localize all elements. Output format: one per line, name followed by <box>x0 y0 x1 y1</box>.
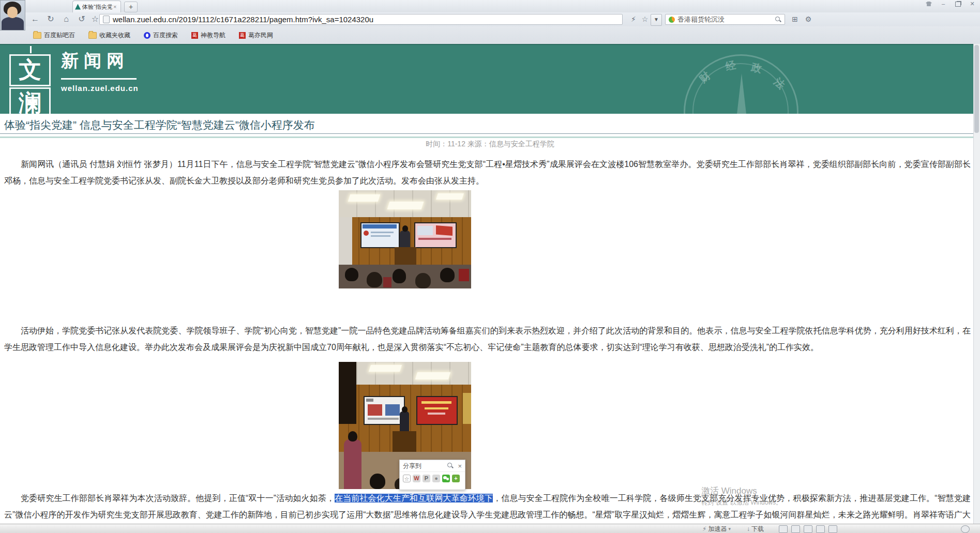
article-paragraph-1: 新闻网讯（通讯员 付慧娟 刘恒竹 张梦月）11月11日下午，信息与安全工程学院“… <box>0 156 980 189</box>
search-icon[interactable] <box>775 17 781 23</box>
site-brand: 新闻网 wellan.zuel.edu.cn <box>61 49 139 93</box>
statusbar-shield-icon[interactable] <box>804 525 812 533</box>
bookmark-label: 百度贴吧百 <box>44 31 75 40</box>
tab-bar: 体验“指尖党建” 信息与安全工 × + ‒ ✕ <box>0 0 980 13</box>
home-button[interactable]: ⌂ <box>60 13 72 25</box>
statusbar-plugin-icon[interactable] <box>828 525 837 533</box>
share-popup: 分享到 × ☆ W P ● + <box>399 460 465 490</box>
share-wechat-icon[interactable] <box>442 475 450 482</box>
article-title: 体验“指尖党建” 信息与安全工程学院“智慧党建云”微信小程序发布 <box>4 118 315 132</box>
statusbar-image-icon[interactable] <box>791 525 800 533</box>
site-favicon-icon <box>75 4 81 10</box>
red-site-icon: 葛 <box>239 32 246 39</box>
baidu-icon <box>144 32 150 39</box>
apps-grid-icon[interactable]: ⊞ <box>789 13 801 25</box>
close-button[interactable]: ✕ <box>968 1 977 8</box>
refresh-button[interactable]: ↻ <box>44 13 57 25</box>
search-query[interactable]: 香港籍货轮沉没 <box>677 15 775 24</box>
window-controls: ‒ ✕ <box>924 1 977 8</box>
bookmark-item[interactable]: 收藏夹收藏 <box>88 31 130 40</box>
new-tab-button[interactable]: + <box>124 2 138 12</box>
download-button[interactable]: ↓ 下载 <box>747 525 764 533</box>
skin-icon[interactable] <box>924 1 933 8</box>
logo-char-top: 文 <box>9 54 51 86</box>
bookmark-label: 百度搜索 <box>153 31 178 40</box>
lightning-icon[interactable]: ⚡ <box>628 13 639 25</box>
share-popup-title: 分享到 <box>403 462 447 470</box>
bookmark-label: 收藏夹收藏 <box>99 31 130 40</box>
brand-divider <box>61 78 137 80</box>
address-bar[interactable]: wellan.zuel.edu.cn/2019/1112/c1671a22821… <box>99 14 623 25</box>
title-divider-accent <box>0 136 980 138</box>
site-domain: wellan.zuel.edu.cn <box>61 84 139 93</box>
download-label: 下载 <box>751 525 764 533</box>
bookmark-item[interactable]: 葛 神教导航 <box>191 31 225 40</box>
article-image-1 <box>339 190 471 288</box>
statusbar-sound-icon[interactable] <box>816 525 825 533</box>
status-bar: ⚡ 加速器 ▾ ↓ 下载 <box>0 524 980 533</box>
navigation-bar: ← ↻ ⌂ ↺ ☆ wellan.zuel.edu.cn/2019/1112/c… <box>0 12 980 27</box>
bookmarks-bar: 百度贴吧百 收藏夹收藏 百度搜索 葛 神教导航 葛 葛亦民网 <box>0 26 980 44</box>
share-close-icon[interactable]: × <box>458 462 462 470</box>
browser-profile-avatar[interactable] <box>0 0 25 31</box>
logo-char-bottom: 澜 <box>9 87 51 114</box>
windows-activation-watermark: 激活 Windows 转到“设置”以激活 Windows。 <box>701 485 782 507</box>
site-name: 新闻网 <box>61 49 139 73</box>
folder-icon <box>88 32 97 39</box>
restore-button[interactable] <box>953 1 962 8</box>
selected-text-highlight: 在当前社会化大生产和互联网大革命环境下 <box>335 494 493 502</box>
share-weibo-icon[interactable]: W <box>413 475 420 482</box>
bookmark-item[interactable]: 百度搜索 <box>144 31 178 40</box>
paragraph-text: 党委研究生工作部部长肖翠祥为本次活动致辞。他提到，正值“双十一”活动如火如荼， <box>21 494 335 502</box>
statusbar-help-icon[interactable] <box>961 525 970 533</box>
share-pengyou-icon[interactable]: P <box>423 475 430 482</box>
lightning-icon: ⚡ <box>702 525 706 532</box>
history-button[interactable]: ↺ <box>76 13 88 25</box>
search-box[interactable]: 香港籍货轮沉没 <box>665 14 785 25</box>
scrollbar-thumb[interactable] <box>974 45 979 133</box>
bookmark-item[interactable]: 葛 葛亦民网 <box>239 31 273 40</box>
article-paragraph-2: 活动伊始，学院党委书记张从发代表院党委、学院领导班子、学院“初心向党，智慧党建”… <box>0 323 980 356</box>
page-security-icon[interactable] <box>103 16 110 23</box>
accelerator-label: 加速器 <box>708 525 727 533</box>
page-scrollbar[interactable] <box>973 44 980 524</box>
title-divider <box>0 133 980 134</box>
address-dropdown-button[interactable]: ▼ <box>651 14 662 26</box>
settings-wrench-icon[interactable]: ⚙ <box>803 13 814 25</box>
red-site-icon: 葛 <box>191 32 198 39</box>
tab-close-icon[interactable]: × <box>113 4 118 10</box>
statusbar-pages-icon[interactable] <box>779 525 788 533</box>
tab-title: 体验“指尖党建” 信息与安全工 <box>82 3 112 11</box>
share-more-icon[interactable]: + <box>452 475 460 482</box>
folder-icon <box>33 32 41 39</box>
url-text[interactable]: wellan.zuel.edu.cn/2019/1112/c1671a22821… <box>113 15 373 24</box>
wenlan-logo[interactable]: 文 澜 <box>7 47 55 113</box>
share-qzone-icon[interactable]: ☆ <box>403 475 411 482</box>
share-renren-icon[interactable]: ● <box>432 475 440 482</box>
minimize-button[interactable]: ‒ <box>939 1 948 8</box>
favorite-star-icon[interactable]: ☆ <box>639 13 651 25</box>
site-header: 文 澜 新闻网 wellan.zuel.edu.cn 财 经 政 法 <box>0 44 980 114</box>
university-seal-watermark: 财 经 政 法 <box>684 54 798 114</box>
accelerator-button[interactable]: ⚡ 加速器 ▾ <box>702 525 731 533</box>
browser-tab[interactable]: 体验“指尖党建” 信息与安全工 × <box>72 1 121 12</box>
browser-window: 体验“指尖党建” 信息与安全工 × + ‒ ✕ ← ↻ ⌂ ↺ ☆ wellan… <box>0 0 980 533</box>
article-meta: 时间：11-12 来源：信息与安全工程学院 <box>0 140 980 149</box>
download-icon: ↓ <box>747 525 750 532</box>
bookmark-label: 葛亦民网 <box>248 31 273 40</box>
search-engine-icon <box>669 17 675 23</box>
share-search-icon[interactable] <box>447 463 454 469</box>
bookmark-label: 神教导航 <box>201 31 225 40</box>
bookmark-item[interactable]: 百度贴吧百 <box>33 31 75 40</box>
back-button[interactable]: ← <box>29 13 41 25</box>
